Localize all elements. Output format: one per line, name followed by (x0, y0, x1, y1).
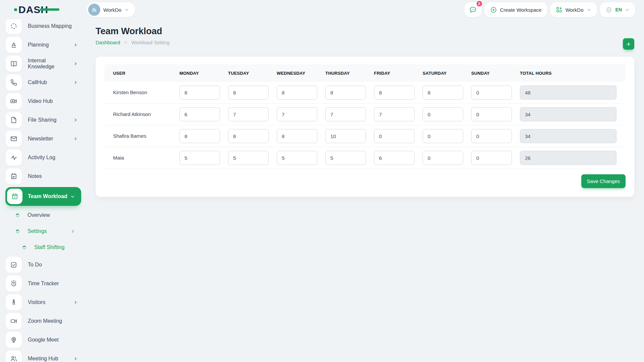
workspace-name: WorkDo (103, 7, 121, 13)
hours-input-sunday[interactable] (471, 85, 512, 100)
logo-dot (14, 8, 17, 11)
hours-input-tuesday[interactable] (228, 129, 269, 143)
hours-input-friday[interactable] (374, 129, 415, 143)
col-saturday: SATURDAY (414, 64, 463, 82)
hours-input-thursday[interactable] (325, 107, 366, 121)
chevron-right-icon (73, 80, 78, 85)
chevron-down-icon (124, 7, 129, 12)
video-plus-icon (6, 93, 22, 109)
messages-count-badge: 0 (476, 0, 483, 7)
workspace-selector[interactable]: WorkDo (87, 2, 135, 17)
sidebar-item-to-do[interactable]: To Do (0, 255, 87, 274)
hours-input-saturday[interactable] (423, 107, 463, 121)
sidebar-subitem-settings[interactable]: Settings (0, 223, 87, 239)
file-icon (6, 112, 22, 128)
sidebar-item-internal-knowledge[interactable]: Internal Knowledge (0, 54, 87, 73)
ring-icon (16, 214, 19, 217)
hours-input-saturday[interactable] (423, 151, 463, 165)
workload-table: USER MONDAY TUESDAY WEDNESDAY THURSDAY F… (104, 64, 626, 169)
hours-input-thursday[interactable] (325, 129, 366, 143)
col-tuesday: TUESDAY (219, 64, 268, 82)
hours-input-wednesday[interactable] (277, 85, 317, 100)
globe-icon (605, 6, 612, 13)
messages-button[interactable]: 0 (465, 2, 481, 17)
brand-logo[interactable]: DASH (18, 5, 48, 15)
hours-input-wednesday[interactable] (277, 107, 317, 121)
header-actions: 0 Create Workspace WorkDo (465, 2, 635, 17)
chevron-right-icon (73, 356, 78, 361)
sidebar-item-newsletter[interactable]: Newsletter (0, 129, 87, 148)
sidebar-item-notes[interactable]: Notes (0, 167, 87, 186)
sidebar-item-meeting-hub[interactable]: Meeting Hub (0, 349, 87, 362)
hours-input-wednesday[interactable] (277, 151, 317, 165)
hours-input-thursday[interactable] (325, 151, 366, 165)
col-thursday: THURSDAY (317, 64, 365, 82)
sidebar-item-callhub[interactable]: CallHub (0, 73, 87, 92)
sidebar-subitem-overview[interactable]: Overview (0, 207, 87, 223)
hours-input-tuesday[interactable] (228, 85, 269, 100)
mail-icon (6, 131, 22, 147)
app-root: DASH WorkDo 0 (0, 0, 644, 362)
hours-input-tuesday[interactable] (228, 151, 269, 165)
phone-icon (6, 74, 22, 90)
language-selector[interactable]: EN (600, 2, 635, 17)
calendar-icon: 1 (7, 189, 22, 204)
workdo-menu-button[interactable]: WorkDo (550, 2, 597, 17)
sidebar-item-visitors[interactable]: Visitors (0, 293, 87, 312)
breadcrumb-dashboard-link[interactable]: Dashboard (96, 40, 120, 45)
hours-input-thursday[interactable] (325, 85, 366, 100)
hours-input-monday[interactable] (179, 129, 220, 143)
total-hours-input (520, 85, 616, 100)
checkbox-icon (6, 257, 22, 273)
hours-input-monday[interactable] (179, 151, 220, 165)
chevron-right-icon (123, 40, 128, 45)
hours-input-sunday[interactable] (471, 107, 512, 121)
users-icon (6, 351, 22, 362)
save-row: Save Changes (104, 169, 626, 188)
sidebar-item-time-tracker[interactable]: Time Tracker (0, 274, 87, 293)
workdo-menu-label: WorkDo (566, 7, 584, 13)
sidebar-subitem-staff-shifting[interactable]: Staff Shifting (0, 239, 87, 255)
hours-input-saturday[interactable] (423, 85, 463, 100)
total-hours-input (520, 129, 616, 143)
hours-input-friday[interactable] (374, 107, 415, 121)
hours-input-monday[interactable] (179, 85, 220, 100)
hours-input-saturday[interactable] (423, 129, 463, 143)
add-button[interactable]: + (623, 38, 634, 50)
hours-input-wednesday[interactable] (277, 129, 317, 143)
create-workspace-label: Create Workspace (500, 7, 542, 13)
activity-icon (6, 149, 22, 166)
chevron-right-icon (73, 136, 78, 141)
sidebar-item-business-mapping[interactable]: Business Mapping (0, 19, 87, 36)
hours-input-monday[interactable] (179, 107, 220, 121)
user-name: Maia (113, 155, 124, 161)
table-header-row: USER MONDAY TUESDAY WEDNESDAY THURSDAY F… (104, 64, 626, 82)
hours-input-sunday[interactable] (471, 151, 512, 165)
chevron-right-icon (73, 300, 78, 305)
chevron-right-icon (73, 61, 78, 66)
workspace-avatar (88, 4, 100, 16)
alarm-clock-icon (6, 276, 22, 292)
chevron-right-icon (73, 118, 78, 122)
save-changes-button[interactable]: Save Changes (581, 174, 626, 188)
sidebar-item-video-hub[interactable]: Video Hub (0, 92, 87, 111)
sidebar-item-file-sharing[interactable]: File Sharing (0, 111, 87, 129)
sidebar-item-google-meet[interactable]: Google Meet (0, 330, 87, 349)
sidebar-item-zoom-meeting[interactable]: Zoom Meeting (0, 312, 87, 330)
person-icon (6, 294, 22, 310)
col-monday: MONDAY (171, 64, 219, 82)
sidebar-item-planning[interactable]: Planning (0, 36, 87, 54)
sidebar-item-activity-log[interactable]: Activity Log (0, 148, 87, 167)
sidebar-item-team-workload[interactable]: 1 Team Workload (5, 187, 81, 206)
total-hours-input (520, 107, 616, 121)
book-icon (6, 56, 22, 72)
col-user: USER (104, 64, 171, 82)
notes-calendar-icon (6, 168, 22, 184)
hours-input-tuesday[interactable] (228, 107, 269, 121)
svg-text:1: 1 (14, 196, 15, 198)
hours-input-sunday[interactable] (471, 129, 512, 143)
hours-input-friday[interactable] (374, 151, 415, 165)
create-workspace-button[interactable]: Create Workspace (485, 2, 547, 17)
page-title: Team Workload (96, 26, 634, 37)
hours-input-friday[interactable] (374, 85, 415, 100)
